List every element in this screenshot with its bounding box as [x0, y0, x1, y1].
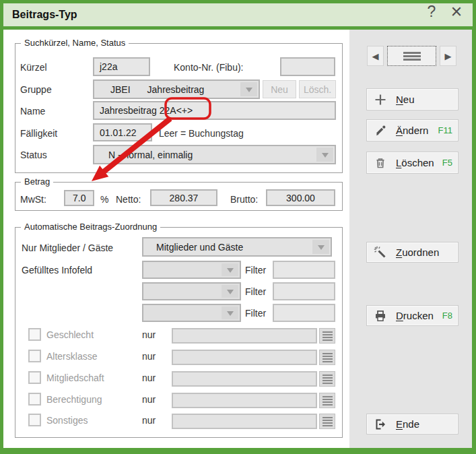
- kuerzel-input[interactable]: j22a: [93, 57, 150, 76]
- mwst-input[interactable]: 7.0: [64, 190, 94, 206]
- nav-prev-button[interactable]: ◀: [367, 46, 384, 66]
- chevron-down-icon[interactable]: [222, 306, 238, 319]
- name-label: Name: [20, 106, 45, 117]
- sonstiges-list-button[interactable]: [319, 414, 335, 429]
- zuordnen-button[interactable]: Zuordnen: [366, 242, 458, 263]
- altersklasse-checkbox[interactable]: [28, 350, 41, 362]
- list-icon: [322, 375, 333, 384]
- mitglieder-value: Mitglieder und Gäste: [156, 242, 243, 253]
- geschlecht-input[interactable]: [172, 328, 317, 344]
- filter-input-2[interactable]: [273, 282, 335, 300]
- nur-label: nur: [142, 351, 156, 362]
- sonstiges-input[interactable]: [172, 414, 317, 429]
- geschlecht-list-button[interactable]: [319, 328, 335, 344]
- drucken-button[interactable]: Drucken F8: [366, 305, 458, 326]
- status-label: Status: [20, 150, 47, 160]
- exit-icon: [374, 418, 387, 431]
- main-form-panel: Suchkürzel, Name, Status Kürzel j22a Kon…: [3, 30, 349, 448]
- aendern-button[interactable]: Ändern F11: [366, 119, 458, 141]
- nav-next-button[interactable]: ▶: [440, 46, 456, 66]
- printer-icon: [374, 309, 387, 323]
- filter-input-1[interactable]: [273, 261, 335, 279]
- help-icon[interactable]: ?: [422, 0, 441, 23]
- altersklasse-label: Altersklasse: [46, 351, 97, 362]
- brutto-input[interactable]: 300.00: [266, 189, 335, 206]
- window-titlebar: Beitrags-Typ: [3, 3, 473, 26]
- faelligkeit-label: Fälligkeit: [20, 128, 57, 139]
- chevron-down-icon[interactable]: [316, 148, 333, 162]
- mitglieder-label: Nur Mitglieder / Gäste: [22, 242, 113, 253]
- mitgliedschaft-checkbox[interactable]: [28, 371, 41, 384]
- infofeld-dropdown-1[interactable]: [142, 261, 241, 279]
- gruppe-name: Jahresbeitrag: [147, 84, 205, 95]
- gruppe-dropdown[interactable]: JBEI Jahresbeitrag: [93, 79, 260, 99]
- fkey-label: F11: [438, 125, 452, 135]
- list-icon: [322, 353, 333, 362]
- fkey-label: F8: [442, 311, 452, 321]
- trash-icon: [374, 156, 387, 170]
- berechtigung-checkbox[interactable]: [28, 393, 41, 406]
- name-input[interactable]: Jahresbeitrag 22A<+>: [93, 101, 336, 120]
- geschlecht-label: Geschlecht: [46, 329, 94, 340]
- berechtigung-label: Berechtigung: [46, 394, 102, 405]
- altersklasse-input[interactable]: [172, 350, 317, 365]
- kuerzel-label: Kürzel: [20, 62, 47, 73]
- group-zuordnung-legend: Automatische Beitrags-Zuordnung: [21, 222, 160, 232]
- konto-input[interactable]: [280, 57, 335, 76]
- gruppe-neu-button[interactable]: Neu: [263, 80, 296, 98]
- status-dropdown[interactable]: N - normal, einmalig: [93, 145, 336, 164]
- gruppe-label: Gruppe: [20, 84, 52, 95]
- brutto-label: Brutto:: [230, 194, 258, 205]
- group-suchkuerzel-legend: Suchkürzel, Name, Status: [21, 38, 129, 48]
- konto-label: Konto-Nr. (Fibu):: [174, 62, 243, 73]
- nur-label: nur: [142, 372, 156, 383]
- infofeld-dropdown-3[interactable]: [142, 304, 241, 322]
- gruppe-code: JBEI: [110, 84, 131, 95]
- berechtigung-input[interactable]: [172, 393, 317, 408]
- sonstiges-checkbox[interactable]: [28, 414, 41, 426]
- arrow-left-icon: ◀: [372, 51, 379, 61]
- filter-input-3[interactable]: [273, 304, 335, 322]
- sonstiges-label: Sonstiges: [46, 415, 88, 426]
- plus-icon: [374, 93, 387, 106]
- chevron-down-icon[interactable]: [240, 82, 257, 96]
- geschlecht-checkbox[interactable]: [28, 328, 41, 341]
- filter-label-2: Filter: [245, 286, 266, 297]
- list-icon: [322, 396, 333, 406]
- faelligkeit-input[interactable]: 01.01.22: [93, 123, 152, 141]
- mitgliedschaft-input[interactable]: [172, 371, 317, 387]
- nav-menu-button[interactable]: [387, 46, 436, 66]
- mitgliedschaft-list-button[interactable]: [319, 371, 335, 387]
- group-betrag-legend: Betrag: [21, 176, 53, 187]
- chevron-down-icon[interactable]: [222, 263, 238, 276]
- close-icon[interactable]: ×: [446, 0, 467, 23]
- mitgliedschaft-label: Mitgliedschaft: [46, 372, 104, 383]
- faelligkeit-hint: Leer = Buchungstag: [159, 128, 244, 139]
- mwst-label: MwSt:: [20, 194, 46, 205]
- filter-label-3: Filter: [245, 308, 266, 319]
- list-icon: [322, 417, 333, 426]
- netto-input[interactable]: 280.37: [150, 189, 217, 206]
- netto-label: Netto:: [116, 194, 141, 205]
- berechtigung-list-button[interactable]: [319, 393, 335, 408]
- infofeld-label: Gefülltes Infofeld: [22, 265, 92, 275]
- neu-button[interactable]: Neu: [366, 88, 458, 110]
- magic-wand-icon: [374, 246, 387, 259]
- nur-label: nur: [142, 329, 156, 340]
- status-value: N - normal, einmalig: [108, 150, 193, 160]
- chevron-down-icon[interactable]: [312, 240, 329, 254]
- list-icon: [322, 331, 333, 341]
- altersklasse-list-button[interactable]: [319, 350, 335, 365]
- fkey-label: F5: [442, 158, 452, 168]
- loeschen-button[interactable]: Löschen F5: [366, 152, 458, 174]
- menu-icon: [403, 52, 421, 61]
- pencil-icon: [374, 124, 387, 137]
- filter-label-1: Filter: [245, 265, 266, 275]
- chevron-down-icon[interactable]: [222, 285, 238, 298]
- gruppe-loesch-button[interactable]: Lösch.: [299, 80, 336, 98]
- arrow-right-icon: ▶: [445, 51, 452, 61]
- infofeld-dropdown-2[interactable]: [142, 282, 241, 300]
- percent-sign: %: [100, 194, 108, 205]
- ende-button[interactable]: Ende: [366, 414, 458, 434]
- mitglieder-dropdown[interactable]: Mitglieder und Gäste: [142, 237, 332, 257]
